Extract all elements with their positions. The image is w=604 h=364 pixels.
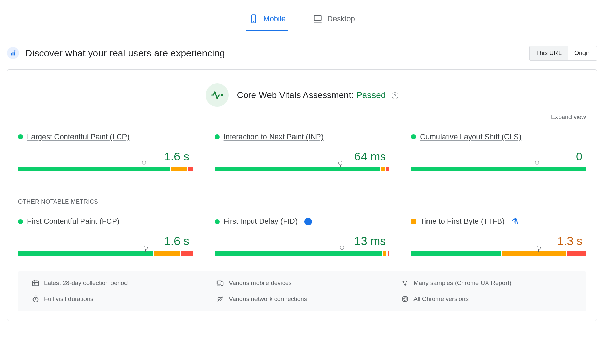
footer-durations: Full visit durations: [32, 295, 203, 303]
desktop-icon: [313, 14, 323, 24]
metric-value-fcp: 1.6 s: [18, 233, 189, 249]
svg-rect-4: [11, 53, 12, 55]
status-dot: [18, 219, 23, 224]
status-dot: [215, 219, 220, 224]
svg-rect-6: [14, 52, 15, 55]
tab-desktop[interactable]: Desktop: [310, 9, 358, 31]
cwv-assessment: Core Web Vitals Assessment: Passed ?: [18, 83, 586, 107]
other-metrics-grid: First Contentful Paint (FCP) 1.6 s First…: [18, 216, 586, 265]
metric-name-fcp[interactable]: First Contentful Paint (FCP): [27, 216, 119, 227]
dist-poor: [567, 251, 586, 256]
dist-ni: [383, 251, 386, 256]
tab-desktop-label: Desktop: [327, 14, 355, 24]
dist-good: [18, 167, 170, 171]
svg-point-18: [406, 281, 407, 282]
dist-good: [411, 251, 501, 256]
dist-good: [18, 251, 153, 256]
distribution-bar-inp: [215, 167, 390, 171]
metric-value-inp: 64 ms: [215, 148, 386, 165]
other-metrics-label: OTHER NOTABLE METRICS: [18, 198, 586, 206]
info-icon[interactable]: i: [304, 218, 312, 225]
core-metrics-grid: Largest Contentful Paint (LCP) 1.6 s Int…: [18, 132, 586, 180]
dist-ni: [171, 167, 186, 171]
tab-mobile-label: Mobile: [263, 14, 286, 24]
distribution-bar-cls: [411, 167, 586, 171]
status-dot: [215, 134, 220, 139]
metric-cls: Cumulative Layout Shift (CLS) 0: [411, 132, 586, 180]
svg-rect-13: [34, 283, 35, 285]
dist-poor: [181, 251, 193, 256]
percentile-marker: [145, 248, 146, 252]
metric-lcp: Largest Contentful Paint (LCP) 1.6 s: [18, 132, 193, 180]
dist-poor: [188, 167, 193, 171]
dist-ni: [154, 251, 180, 256]
metric-name-cls[interactable]: Cumulative Layout Shift (CLS): [420, 132, 521, 142]
page-title: Discover what your real users are experi…: [25, 47, 225, 60]
status-dot: [18, 134, 23, 139]
footer-devices: Various mobile devices: [216, 279, 388, 287]
crux-report-link[interactable]: Chrome UX Report: [457, 280, 509, 286]
dist-good: [411, 167, 586, 171]
dist-ni: [502, 251, 566, 256]
svg-rect-15: [221, 282, 223, 285]
metric-value-fid: 13 ms: [215, 233, 386, 249]
svg-point-7: [14, 50, 16, 52]
dist-poor: [386, 167, 389, 171]
stopwatch-icon: [32, 295, 39, 303]
scope-toggle: This URL Origin: [529, 46, 597, 61]
status-square: [411, 219, 416, 224]
footer-network: Various network connections: [216, 295, 388, 303]
cwv-title: Core Web Vitals Assessment: Passed ?: [237, 89, 399, 101]
field-data-card: Core Web Vitals Assessment: Passed ? Exp…: [7, 69, 597, 321]
device-tabs: Mobile Desktop: [7, 0, 597, 31]
percentile-marker: [340, 164, 341, 167]
svg-point-19: [404, 284, 406, 286]
header-row: Discover what your real users are experi…: [7, 31, 597, 63]
experimental-icon: ⚗: [512, 216, 518, 227]
svg-point-23: [220, 300, 221, 301]
metadata-footer: Latest 28-day collection period Various …: [18, 271, 586, 311]
dist-ni: [381, 167, 385, 171]
network-icon: [216, 295, 224, 303]
dist-good: [215, 251, 382, 256]
devices-icon: [216, 279, 224, 287]
scope-origin[interactable]: Origin: [568, 46, 597, 60]
percentile-marker: [342, 248, 342, 252]
svg-rect-2: [314, 16, 321, 21]
svg-point-20: [33, 297, 38, 302]
svg-rect-5: [13, 52, 14, 56]
percentile-marker: [537, 164, 537, 167]
metric-name-lcp[interactable]: Largest Contentful Paint (LCP): [27, 132, 130, 142]
scope-this-url[interactable]: This URL: [530, 46, 568, 60]
samples-icon: [401, 279, 409, 287]
metric-value-lcp: 1.6 s: [18, 148, 189, 165]
dist-good: [215, 167, 380, 171]
metric-name-inp[interactable]: Interaction to Next Paint (INP): [224, 132, 324, 142]
metric-fcp: First Contentful Paint (FCP) 1.6 s: [18, 216, 193, 265]
cwv-status: Passed: [356, 90, 386, 100]
distribution-bar-fcp: [18, 251, 193, 256]
metric-name-ttfb[interactable]: Time to First Byte (TTFB): [420, 216, 504, 227]
metric-value-cls: 0: [411, 148, 582, 165]
svg-point-17: [403, 281, 405, 283]
expand-view-link[interactable]: Expand view: [18, 113, 586, 121]
percentile-marker: [538, 248, 539, 252]
metric-ttfb: Time to First Byte (TTFB) ⚗ 1.3 s: [411, 216, 586, 265]
metric-name-fid[interactable]: First Input Delay (FID): [224, 216, 298, 227]
divider: [18, 188, 586, 188]
footer-samples: Many samples (Chrome UX Report): [401, 279, 572, 287]
svg-point-8: [221, 94, 223, 96]
metric-value-ttfb: 1.3 s: [411, 233, 582, 249]
metric-inp: Interaction to Next Paint (INP) 64 ms: [215, 132, 390, 180]
status-dot: [411, 134, 416, 139]
tab-mobile[interactable]: Mobile: [246, 9, 288, 31]
cwv-pass-icon: [206, 83, 229, 107]
footer-collection: Latest 28-day collection period: [32, 279, 203, 287]
distribution-bar-lcp: [18, 167, 193, 171]
dist-poor: [388, 251, 389, 256]
distribution-bar-ttfb: [411, 251, 586, 256]
distribution-bar-fid: [215, 251, 390, 256]
chrome-icon: [401, 295, 409, 303]
help-icon[interactable]: ?: [392, 92, 398, 99]
calendar-icon: [32, 279, 39, 287]
